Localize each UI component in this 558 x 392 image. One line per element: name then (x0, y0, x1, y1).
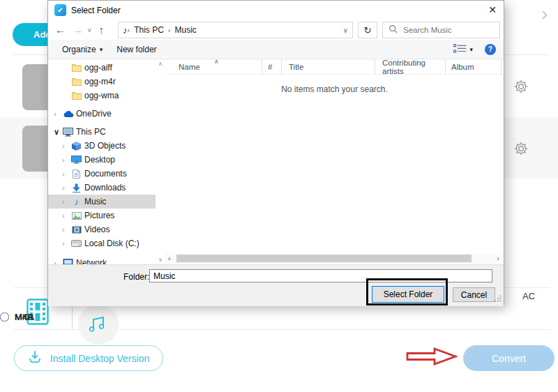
tree-item-videos[interactable]: › Videos (48, 223, 156, 236)
search-icon (389, 24, 398, 36)
file-list: Name ∧ # Title Contributing artists Albu… (165, 59, 504, 264)
this-pc-icon (62, 126, 74, 137)
command-toolbar: Organize ▾ New folder ▾ ? (48, 40, 504, 59)
folder-icon (70, 62, 82, 73)
chevron-right-icon[interactable]: › (62, 156, 70, 164)
local-disk-icon (70, 238, 82, 249)
format-option-m4r[interactable]: M4R (0, 311, 33, 322)
caret-down-icon: ▾ (100, 46, 103, 53)
settings-gear-icon[interactable] (513, 79, 529, 94)
select-folder-dialog: ✔ Select Folder ✕ ← → ∨ ↑ ♪ › This PC › … (47, 0, 504, 306)
videos-icon (70, 224, 82, 235)
dialog-footer: Folder: Select Folder Cancel (48, 264, 504, 306)
resize-grip[interactable] (495, 294, 502, 304)
tree-item-local-disk[interactable]: › Local Disk (C:) (48, 236, 156, 250)
empty-message: No items match your search. (165, 84, 504, 94)
chevron-down-icon[interactable]: ∨ (54, 128, 62, 137)
tree-item-pictures[interactable]: › Pictures (48, 209, 156, 223)
folder-tree: ogg-aiff ogg-m4r ogg-wma › OneDrive ∨ Th… (48, 59, 156, 264)
horizontal-scrollbar[interactable]: ‹ › (165, 253, 502, 264)
sort-ascending-icon: ∧ (214, 58, 219, 65)
scroll-left-icon[interactable]: ‹ (168, 254, 171, 262)
new-folder-button[interactable]: New folder (116, 45, 156, 54)
organize-menu[interactable]: Organize ▾ (62, 45, 103, 54)
tree-item-music[interactable]: › ♪ Music (48, 195, 156, 209)
red-arrow-annotation (406, 347, 458, 369)
partial-format-label: AC (522, 291, 535, 301)
tree-item-3d-objects[interactable]: › 3D Objects (48, 139, 156, 153)
tree-item-this-pc[interactable]: ∨ This PC (48, 125, 156, 139)
folder-label: Folder: (123, 272, 149, 282)
cancel-button[interactable]: Cancel (453, 287, 495, 302)
breadcrumb-this-pc[interactable]: This PC (134, 25, 164, 35)
chevron-right-icon[interactable]: › (62, 239, 70, 248)
chevron-right-icon[interactable]: › (62, 211, 70, 220)
up-icon[interactable]: ↑ (99, 24, 105, 36)
app-logo-icon: ✔ (54, 4, 66, 16)
tree-item-network[interactable]: › Network (48, 256, 156, 264)
tree-item-desktop[interactable]: › Desktop (48, 153, 156, 167)
chevron-right-icon[interactable]: › (54, 259, 62, 264)
radio-unselected-icon[interactable] (0, 312, 9, 322)
scroll-right-icon[interactable]: › (497, 254, 499, 262)
dialog-main: ogg-aiff ogg-m4r ogg-wma › OneDrive ∨ Th… (48, 59, 504, 264)
breadcrumb-separator[interactable]: › (168, 26, 171, 34)
view-options-button[interactable]: ▾ (453, 44, 473, 55)
documents-icon (70, 168, 82, 179)
scrollbar-thumb[interactable] (176, 255, 472, 262)
column-headers: Name ∧ # Title Contributing artists Albu… (165, 59, 504, 75)
column-contributing-artists[interactable]: Contributing artists (375, 59, 446, 75)
tree-scrollbar[interactable]: ∧ ∨ (156, 59, 165, 264)
close-icon[interactable]: ✕ (488, 4, 497, 15)
downloads-icon (70, 182, 82, 193)
convert-button[interactable]: Convert (463, 345, 555, 371)
recent-locations-icon[interactable]: ∨ (87, 27, 92, 33)
install-desktop-version-button[interactable]: Install Desktop Version (14, 345, 163, 371)
breadcrumb-separator[interactable]: › (128, 26, 130, 34)
column-number[interactable]: # (262, 59, 282, 75)
help-button[interactable]: ? (485, 44, 496, 55)
tree-item-documents[interactable]: › Documents (48, 167, 156, 181)
navigation-bar: ← → ∨ ↑ ♪ › This PC › Music ∨ ↻ (48, 20, 504, 40)
carousel-next-icon[interactable]: › (541, 4, 548, 24)
scroll-down-icon[interactable]: ∨ (156, 257, 165, 263)
dialog-titlebar[interactable]: ✔ Select Folder ✕ (48, 1, 504, 20)
folder-icon (70, 76, 82, 87)
audio-format-icon (78, 304, 119, 345)
scroll-up-icon[interactable]: ∧ (156, 61, 165, 67)
column-title[interactable]: Title (282, 59, 375, 75)
network-icon (62, 257, 74, 264)
tree-item-onedrive[interactable]: › OneDrive (48, 107, 156, 121)
chevron-right-icon[interactable]: › (62, 169, 70, 178)
breadcrumb-music[interactable]: Music (175, 25, 197, 35)
chevron-right-icon[interactable]: › (54, 110, 62, 118)
search-box[interactable] (382, 22, 500, 38)
forward-icon[interactable]: → (73, 24, 83, 36)
refresh-button[interactable]: ↻ (358, 22, 377, 38)
onedrive-icon (62, 108, 74, 119)
music-icon: ♪ (70, 196, 82, 207)
address-dropdown-icon[interactable]: ∨ (343, 27, 348, 34)
dialog-title: Select Folder (71, 6, 121, 15)
tree-item-ogg-m4r[interactable]: ogg-m4r (48, 75, 156, 89)
back-icon[interactable]: ← (55, 24, 66, 36)
pictures-icon (70, 210, 82, 221)
address-bar[interactable]: ♪ › This PC › Music ∨ (118, 22, 353, 38)
chevron-right-icon[interactable]: › (62, 142, 70, 150)
details-view-icon (453, 44, 467, 55)
column-album[interactable]: Album (446, 59, 502, 75)
chevron-right-icon[interactable]: › (62, 197, 70, 206)
settings-gear-icon[interactable] (513, 141, 529, 156)
tree-item-downloads[interactable]: › Downloads (48, 181, 156, 195)
folder-name-input[interactable] (149, 269, 492, 282)
refresh-icon: ↻ (364, 25, 372, 36)
column-name[interactable]: Name ∧ (165, 59, 262, 75)
select-folder-button[interactable]: Select Folder (372, 286, 444, 303)
search-input[interactable] (403, 26, 480, 34)
folder-icon (70, 90, 82, 101)
chevron-right-icon[interactable]: › (62, 225, 70, 234)
chevron-right-icon[interactable]: › (62, 183, 70, 192)
caret-down-icon: ▾ (469, 46, 473, 53)
tree-item-ogg-wma[interactable]: ogg-wma (48, 89, 156, 103)
tree-item-ogg-aiff[interactable]: ogg-aiff (48, 61, 156, 75)
